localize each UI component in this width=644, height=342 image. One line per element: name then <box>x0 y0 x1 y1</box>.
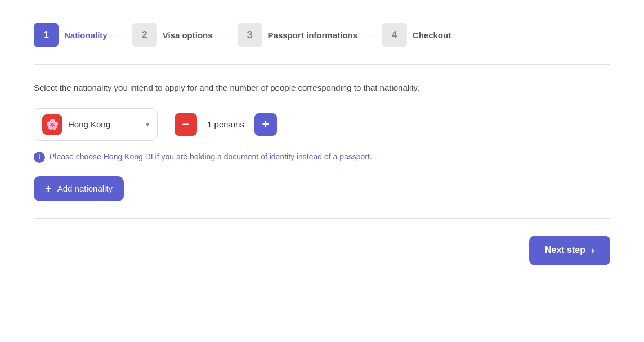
step-1-label: Nationality <box>64 30 108 40</box>
step-2-circle: 2 <box>132 23 157 47</box>
info-text: Please choose Hong Kong DI if you are ho… <box>50 151 372 163</box>
next-step-button[interactable]: Next step › <box>529 236 610 265</box>
step-4-label: Checkout <box>413 30 451 40</box>
chevron-right-icon: › <box>591 245 594 256</box>
decrement-button[interactable]: − <box>175 113 197 136</box>
description-text: Select the nationality you intend to app… <box>34 82 610 95</box>
plus-icon: + <box>262 117 270 132</box>
country-selector[interactable]: 🌸 Hong Kong ▾ <box>34 108 158 141</box>
country-name: Hong Kong <box>68 119 140 129</box>
add-nationality-icon: + <box>45 183 52 194</box>
step-4: 4 Checkout <box>382 23 451 47</box>
step-3-label: Passport informations <box>268 30 357 40</box>
step-2-label: Visa options <box>163 30 213 40</box>
info-note: i Please choose Hong Kong DI if you are … <box>34 151 610 163</box>
flag-emoji: 🌸 <box>46 118 59 131</box>
step-2: 2 Visa options <box>132 23 213 47</box>
step-3-circle: 3 <box>238 23 262 47</box>
bottom-divider <box>34 218 610 219</box>
stepper: 1 Nationality --- 2 Visa options --- 3 P… <box>34 23 610 47</box>
next-step-label: Next step <box>545 245 585 255</box>
nationality-row: 🌸 Hong Kong ▾ − 1 persons + <box>34 108 610 141</box>
step-divider-2: --- <box>220 30 231 39</box>
step-divider-1: --- <box>114 30 126 39</box>
counter-value: 1 persons <box>206 119 245 129</box>
page-container: 1 Nationality --- 2 Visa options --- 3 P… <box>0 0 644 342</box>
chevron-down-icon: ▾ <box>146 121 149 128</box>
country-flag: 🌸 <box>42 114 62 135</box>
add-nationality-button[interactable]: + Add nationality <box>34 176 124 201</box>
minus-icon: − <box>182 117 190 132</box>
step-4-circle: 4 <box>382 23 407 47</box>
step-divider-3: --- <box>364 30 375 39</box>
step-3: 3 Passport informations <box>238 23 357 47</box>
step-1: 1 Nationality <box>34 23 108 47</box>
info-icon: i <box>34 152 45 163</box>
add-nationality-label: Add nationality <box>57 184 113 193</box>
step-1-circle: 1 <box>34 23 59 47</box>
person-counter: − 1 persons + <box>175 113 277 136</box>
increment-button[interactable]: + <box>254 113 277 136</box>
top-divider <box>34 64 610 65</box>
